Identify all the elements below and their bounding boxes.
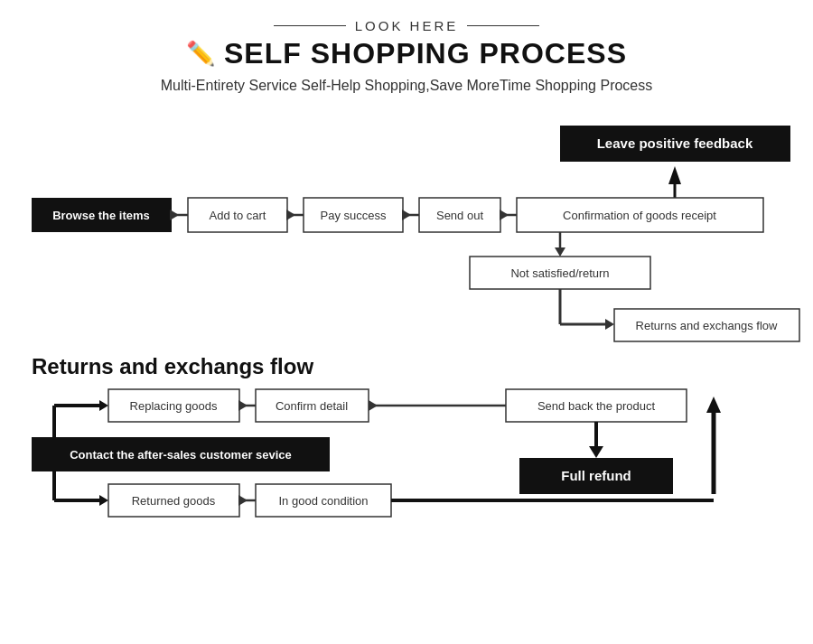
subtitle: Multi-Entirety Service Self-Help Shoppin… [27,78,786,94]
svg-marker-26 [99,400,108,411]
svg-marker-42 [589,446,603,458]
look-here-text: LOOK HERE [355,18,459,33]
header-area: LOOK HERE ✏️ SELF SHOPPING PROCESS Multi… [27,18,786,94]
not-satisfied-label: Not satisfied/return [510,266,609,280]
feedback-label: Leave positive feedback [597,135,753,151]
full-refund-label: Full refund [561,468,631,483]
confirm-detail-label: Confirm detail [276,399,348,413]
flow-diagram: Leave positive feedback Browse the items… [27,117,804,559]
confirm-label: Confirmation of goods receipt [563,209,716,222]
svg-marker-1 [668,166,681,184]
returned-label: Returned goods [132,494,216,508]
svg-marker-35 [99,495,108,506]
title-line: ✏️ SELF SHOPPING PROCESS [27,37,786,70]
main-title: SELF SHOPPING PROCESS [224,37,627,70]
look-here-line: LOOK HERE [27,18,786,33]
contact-label: Contact the after-sales customer sevice [70,448,292,462]
svg-marker-45 [706,397,721,413]
send-back-label: Send back the product [537,399,655,413]
svg-marker-21 [605,319,614,330]
good-condition-label: In good condition [278,494,368,508]
returns-flow-label: Returns and exchangs flow [636,319,778,332]
page: LOOK HERE ✏️ SELF SHOPPING PROCESS Multi… [0,0,813,644]
pencil-icon: ✏️ [186,40,215,68]
returns-title: Returns and exchangs flow [32,354,313,378]
pay-label: Pay success [321,209,387,222]
cart-label: Add to cart [210,209,266,222]
svg-marker-17 [555,247,565,257]
send-label: Send out [436,209,483,222]
browse-label: Browse the items [52,209,150,222]
replacing-label: Replacing goods [130,399,218,413]
